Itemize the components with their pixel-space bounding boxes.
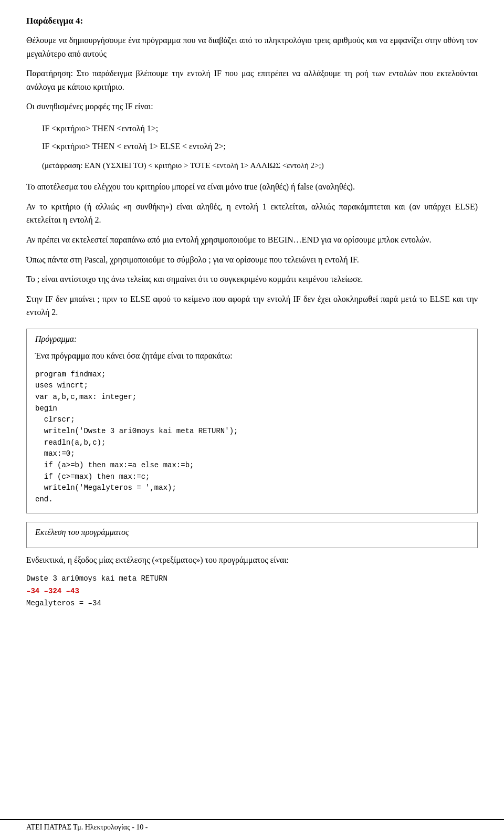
footer-text: ΑΤΕΙ ΠΑΤΡΑΣ Τμ. Ηλεκτρολογίας - 10 - [26,823,148,832]
program-code: program findmax; uses wincrt; var a,b,c,… [35,369,469,506]
output-line-2: –34 –324 –43 [26,585,478,597]
output-line-3: Megalyteros = –34 [26,597,478,610]
program-box: Πρόγραμμα: Ένα πρόγραμμα που κάνει όσα ζ… [26,329,478,513]
page-footer: ΑΤΕΙ ΠΑΤΡΑΣ Τμ. Ηλεκτρολογίας - 10 - [0,819,504,832]
if-forms: IF <κριτήριο> THEN <εντολή 1>; IF <κριτή… [42,121,478,173]
if-form-2: IF <κριτήριο> THEN < εντολή 1> ELSE < εν… [42,139,478,154]
intro-paragraph-1: Θέλουμε να δημιουργήσουμε ένα πρόγραμμα … [26,34,478,60]
if-form-1: IF <κριτήριο> THEN <εντολή 1>; [42,121,478,136]
section-title: Παράδειγμα 4: [26,16,478,26]
execution-box: Εκτέλεση του προγράμματος [26,522,478,548]
output-line-1: Dwste 3 ari0moys kai meta RETURN [26,573,478,585]
if-translation: (μετάφραση: ΕΑΝ (ΥΣΧΙΕΙ ΤΟ) < κριτήριο >… [42,158,478,173]
execution-output: Dwste 3 ari0moys kai meta RETURN –34 –32… [26,573,478,609]
execution-intro: Ενδεικτικά, η έξοδος μίας εκτέλεσης («τρ… [26,553,478,567]
output-line-2-text: –34 –324 –43 [26,587,79,595]
condition-paragraph: Αν το κριτήριο (ή αλλιώς «η συνθήκη») εί… [26,200,478,227]
execution-box-title: Εκτέλεση του προγράμματος [35,528,469,537]
program-intro: Ένα πρόγραμμα που κάνει όσα ζητάμε είναι… [35,349,469,363]
pascal-paragraph: Όπως πάντα στη Pascal, χρησιμοποιούμε το… [26,253,478,267]
if-forms-header: Οι συνηθισμένες μορφές της IF είναι: [26,100,478,113]
program-box-title: Πρόγραμμα: [35,334,469,344]
else-paragraph: Στην IF δεν μπαίνει ; πριν το ELSE αφού … [26,292,478,319]
semicolon-paragraph: Το ; είναι αντίστοιχο της άνω τελείας κα… [26,272,478,286]
intro-paragraph-2: Παρατήρηση: Στο παράδειγμα βλέπουμε την … [26,67,478,93]
begin-paragraph: Αν πρέπει να εκτελεστεί παραπάνω από μια… [26,233,478,247]
result-paragraph: Το αποτέλεσμα του ελέγχου του κριτηρίου … [26,180,478,194]
